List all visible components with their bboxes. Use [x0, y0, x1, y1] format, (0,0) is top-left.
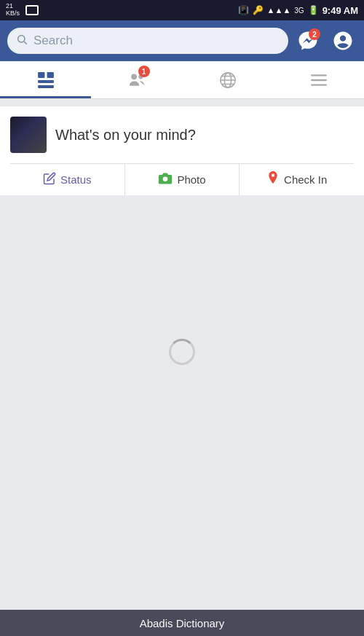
- sim-icon: [25, 5, 39, 15]
- key-icon: 🔑: [253, 5, 264, 15]
- avatar[interactable]: [10, 117, 47, 153]
- composer-prompt[interactable]: What's on your mind?: [55, 127, 196, 144]
- separator: [0, 99, 364, 106]
- svg-rect-14: [311, 79, 327, 80]
- tab-bar: 1: [0, 61, 364, 99]
- status-right: 📳 🔑 ▲▲▲ 3G 🔋 9:49 AM: [238, 5, 358, 16]
- messenger-button[interactable]: 2: [294, 27, 322, 55]
- svg-rect-5: [38, 85, 54, 88]
- status-label: Status: [60, 173, 92, 186]
- messenger-badge: 2: [309, 28, 320, 40]
- svg-point-0: [18, 36, 25, 42]
- search-icon: [16, 34, 28, 48]
- checkin-button[interactable]: Check In: [240, 164, 354, 195]
- svg-rect-3: [47, 72, 53, 78]
- battery-icon: 🔋: [308, 5, 319, 15]
- bottom-bar: Abadis Dictionary: [0, 610, 364, 636]
- nav-bar: Search 2: [0, 20, 364, 61]
- post-composer: What's on your mind? Status Photo: [0, 106, 364, 195]
- action-bar: Status Photo Check In: [10, 163, 354, 195]
- camera-icon: [158, 171, 173, 188]
- svg-point-6: [131, 74, 137, 79]
- signal-icon: ▲▲▲: [267, 6, 291, 15]
- checkin-label: Check In: [284, 173, 327, 186]
- kb-label: 21KB/s: [6, 3, 20, 17]
- vibrate-icon: 📳: [238, 5, 249, 15]
- friends-badge: 1: [138, 66, 150, 77]
- svg-rect-13: [311, 74, 327, 76]
- avatar-image: [10, 117, 47, 153]
- photo-label: Photo: [177, 173, 205, 186]
- tab-friends[interactable]: 1: [91, 61, 182, 98]
- bottom-label: Abadis Dictionary: [140, 617, 225, 629]
- svg-rect-15: [311, 84, 327, 85]
- photo-button[interactable]: Photo: [125, 164, 240, 195]
- status-bar: 21KB/s 📳 🔑 ▲▲▲ 3G 🔋 9:49 AM: [0, 0, 364, 20]
- search-placeholder: Search: [33, 34, 73, 48]
- loading-spinner: [169, 339, 195, 365]
- network-label: 3G: [294, 7, 304, 15]
- pin-icon: [266, 171, 280, 188]
- tab-menu[interactable]: [273, 61, 364, 98]
- nav-icons: 2: [294, 27, 357, 55]
- svg-rect-4: [38, 80, 54, 83]
- status-left: 21KB/s: [6, 3, 39, 17]
- svg-point-16: [163, 177, 168, 182]
- feed-area: [0, 195, 364, 509]
- profile-button[interactable]: [329, 27, 357, 55]
- svg-line-1: [24, 42, 27, 44]
- tab-globe[interactable]: [182, 61, 273, 98]
- search-box[interactable]: Search: [7, 28, 288, 54]
- edit-icon: [43, 172, 56, 187]
- tab-newsfeed[interactable]: [0, 61, 91, 98]
- svg-rect-2: [38, 72, 44, 78]
- status-button[interactable]: Status: [10, 164, 125, 195]
- time-label: 9:49 AM: [323, 5, 358, 16]
- composer-top: What's on your mind?: [10, 117, 354, 153]
